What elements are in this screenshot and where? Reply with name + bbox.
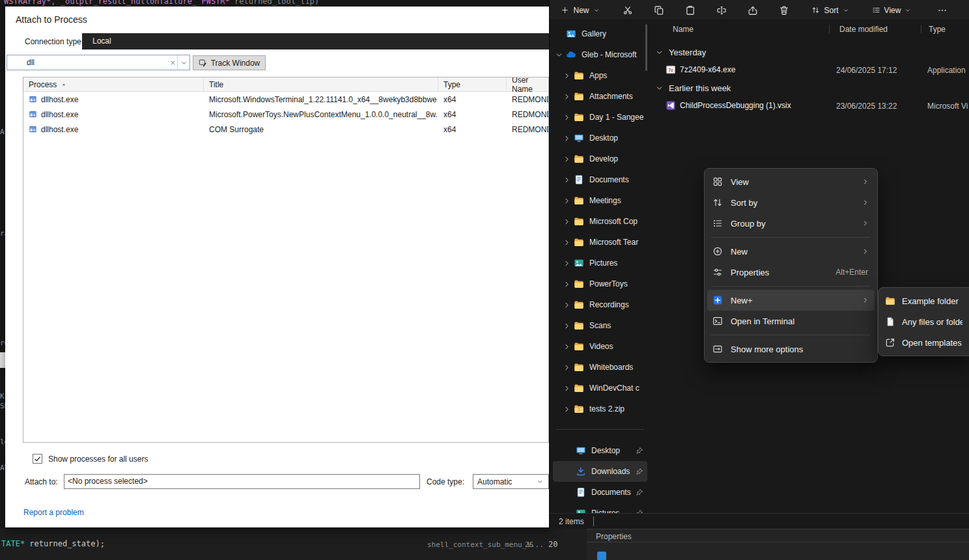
paste-button[interactable] bbox=[681, 2, 699, 18]
sidebar-item-videos[interactable]: Videos bbox=[553, 336, 647, 357]
track-window-button[interactable]: Track Window bbox=[193, 55, 266, 70]
file-row[interactable]: ChildProcessDebugging (1).vsix23/06/2025… bbox=[651, 98, 969, 113]
group-header-yesterday[interactable]: Yesterday bbox=[651, 44, 706, 60]
menu-item-view[interactable]: View bbox=[705, 171, 877, 192]
new-button[interactable]: New bbox=[556, 2, 604, 18]
view-button[interactable]: View bbox=[866, 2, 917, 18]
menu-item-group-by[interactable]: Group by bbox=[705, 213, 877, 234]
clear-filter-icon[interactable] bbox=[169, 59, 177, 67]
process-filter-input[interactable]: dll bbox=[7, 55, 190, 70]
column-header-type[interactable]: Type bbox=[929, 25, 946, 34]
chevron-right-icon[interactable] bbox=[563, 301, 571, 309]
sidebar-item-attachments[interactable]: Attachments bbox=[553, 86, 647, 107]
chevron-right-icon[interactable] bbox=[563, 155, 571, 163]
group-header-earlier-this-week[interactable]: Earlier this week bbox=[651, 80, 731, 96]
sort-button[interactable]: Sort bbox=[806, 2, 854, 18]
chevron-down-icon[interactable] bbox=[655, 48, 664, 57]
submenu-item-any-files-or-folde[interactable]: Any files or folde bbox=[878, 311, 969, 332]
chevron-right-icon[interactable] bbox=[563, 384, 571, 393]
chevron-right-icon[interactable] bbox=[563, 238, 571, 247]
sidebar-item-label: Apps bbox=[589, 71, 647, 80]
chevron-right-icon[interactable] bbox=[563, 322, 571, 330]
plus-icon bbox=[561, 6, 569, 14]
sidebar-item-microsoft-cop[interactable]: Microsoft Cop bbox=[553, 211, 647, 232]
sidebar-item-meetings[interactable]: Meetings bbox=[553, 190, 647, 211]
chevron-right-icon[interactable] bbox=[563, 176, 571, 184]
more-button[interactable] bbox=[933, 2, 952, 18]
chevron-right-icon[interactable] bbox=[563, 280, 571, 288]
chevron-right-icon[interactable] bbox=[563, 113, 571, 122]
chevron-right-icon bbox=[862, 178, 869, 186]
sidebar-item-label: tests 2.zip bbox=[589, 404, 647, 413]
sidebar-item-tests-2-zip[interactable]: tests 2.zip bbox=[553, 399, 647, 419]
sidebar-item-desktop[interactable]: Desktop bbox=[553, 128, 647, 148]
copy-button[interactable] bbox=[650, 2, 668, 18]
sidebar-item-recordings[interactable]: Recordings bbox=[553, 294, 647, 315]
submenu-item-open-templates[interactable]: Open templates bbox=[878, 332, 969, 353]
chevron-right-icon[interactable] bbox=[563, 197, 571, 205]
sidebar-item-documents[interactable]: Documents bbox=[553, 482, 647, 503]
table-row[interactable]: dllhost.exeMicrosoft.PowerToys.NewPlusCo… bbox=[23, 107, 548, 122]
scrollbar[interactable] bbox=[645, 24, 647, 71]
chevron-right-icon[interactable] bbox=[563, 259, 571, 268]
sidebar-item-documents[interactable]: Documents bbox=[553, 169, 647, 190]
chevron-right-icon[interactable] bbox=[563, 134, 571, 143]
chevron-right-icon[interactable] bbox=[563, 363, 571, 372]
menu-item-properties[interactable]: PropertiesAlt+Enter bbox=[705, 262, 877, 283]
sort-ascending-icon bbox=[61, 81, 67, 88]
column-label: Title bbox=[209, 80, 223, 89]
attach-to-field[interactable]: <No process selected> bbox=[64, 474, 420, 489]
sidebar-item-desktop[interactable]: Desktop bbox=[553, 440, 647, 461]
menu-item-new[interactable]: New+ bbox=[707, 290, 875, 311]
code-lens-count[interactable]: 26 bbox=[525, 540, 533, 549]
sidebar-item-apps[interactable]: Apps bbox=[553, 65, 647, 86]
menu-item-sort-by[interactable]: Sort by bbox=[705, 192, 877, 213]
sidebar-item-develop[interactable]: Develop bbox=[553, 148, 647, 169]
sidebar-item-windevchat-c[interactable]: WinDevChat c bbox=[553, 378, 647, 399]
delete-button[interactable] bbox=[775, 2, 793, 18]
chevron-right-icon[interactable] bbox=[563, 405, 571, 413]
show-all-users-checkbox[interactable] bbox=[33, 454, 42, 464]
column-header-user-name[interactable]: User Name bbox=[507, 77, 548, 91]
menu-item-new[interactable]: New bbox=[705, 241, 877, 262]
chevron-right-icon[interactable] bbox=[563, 217, 571, 226]
connection-type-select[interactable]: Local bbox=[82, 33, 549, 49]
submenu-item-example-folder[interactable]: Example folder bbox=[878, 290, 969, 311]
chevron-right-icon[interactable] bbox=[563, 92, 571, 101]
rename-button[interactable] bbox=[712, 2, 731, 18]
filter-dropdown[interactable] bbox=[177, 55, 190, 70]
column-divider[interactable] bbox=[829, 25, 830, 34]
chevron-right-icon[interactable] bbox=[563, 343, 571, 351]
sidebar-item-pictures[interactable]: Pictures bbox=[553, 503, 647, 513]
sidebar-item-gleb-microsoft[interactable]: Gleb - Microsoft bbox=[553, 44, 647, 65]
sidebar-item-microsoft-tear[interactable]: Microsoft Tear bbox=[553, 232, 647, 253]
menu-item-show-more-options[interactable]: Show more options bbox=[705, 339, 877, 359]
column-header-title[interactable]: Title bbox=[204, 77, 438, 91]
sidebar-item-day-1-sangee[interactable]: Day 1 - Sangee bbox=[553, 107, 647, 128]
sidebar-item-pictures[interactable]: Pictures bbox=[553, 253, 647, 273]
column-header-date-modified[interactable]: Date modified bbox=[839, 25, 888, 34]
column-header-process[interactable]: Process bbox=[23, 77, 204, 91]
menu-item-open-in-terminal[interactable]: Open in Terminal bbox=[705, 311, 877, 331]
sidebar-item-powertoys[interactable]: PowerToys bbox=[553, 273, 647, 294]
chevron-down-icon[interactable] bbox=[655, 84, 664, 92]
chevron-right-icon[interactable] bbox=[563, 72, 571, 80]
cut-button[interactable] bbox=[619, 2, 637, 18]
chevron-down-icon[interactable] bbox=[555, 51, 563, 59]
report-a-problem-link[interactable]: Report a problem bbox=[23, 508, 84, 517]
table-row[interactable]: dllhost.exeMicrosoft.WindowsTerminal_1.2… bbox=[23, 92, 548, 107]
sidebar-item-whiteboards[interactable]: Whiteboards bbox=[553, 357, 647, 378]
column-header-name[interactable]: Name bbox=[673, 25, 694, 34]
share-button[interactable] bbox=[744, 2, 762, 18]
sidebar-item-gallery[interactable]: Gallery bbox=[553, 23, 647, 44]
process-name: dllhost.exe bbox=[41, 95, 78, 104]
file-row[interactable]: 7z7z2409-x64.exe24/06/2025 17:12Applicat… bbox=[651, 62, 969, 77]
file-type: Application bbox=[927, 66, 966, 75]
table-row[interactable]: dllhost.exeCOM Surrogatex64REDMOND bbox=[23, 122, 548, 137]
sidebar-item-downloads[interactable]: Downloads bbox=[553, 461, 647, 482]
folder-icon bbox=[574, 112, 584, 122]
code-type-select[interactable]: Automatic bbox=[473, 474, 549, 489]
column-divider[interactable] bbox=[921, 25, 921, 34]
sidebar-item-scans[interactable]: Scans bbox=[553, 315, 647, 336]
column-header-type[interactable]: Type bbox=[438, 77, 507, 91]
